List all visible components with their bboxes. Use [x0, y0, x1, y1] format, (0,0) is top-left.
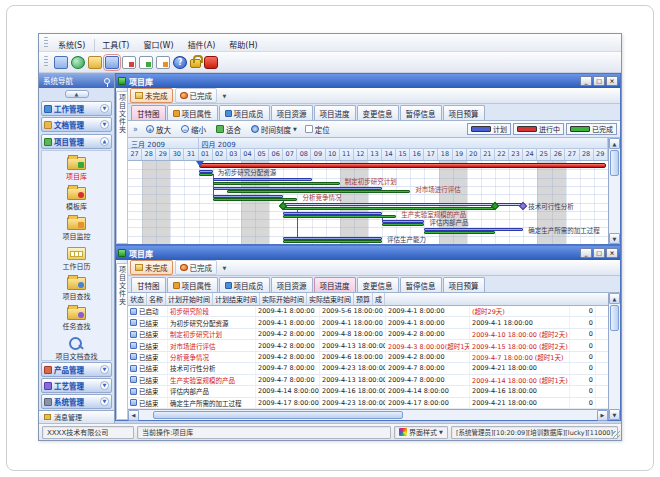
filter-button[interactable]: 未完成: [130, 260, 173, 275]
summary-progress-marker[interactable]: [196, 161, 204, 167]
view-tab[interactable]: 项目预算: [443, 105, 485, 120]
view-tab[interactable]: 项目属性: [167, 105, 218, 120]
message-management-tab[interactable]: 消息管理: [39, 410, 114, 423]
chevron-down-icon[interactable]: ▼: [100, 397, 109, 406]
column-header[interactable]: 计划结束时间: [213, 293, 260, 305]
sidebar-group[interactable]: 产品管理 ▼: [41, 362, 112, 377]
window-titlebar[interactable]: 项目库 _ □ ×: [116, 246, 620, 260]
column-header[interactable]: 预算: [354, 293, 373, 305]
column-header[interactable]: 名称: [147, 293, 166, 305]
chevron-down-icon[interactable]: ▼: [100, 104, 109, 113]
sidebar-nav-item[interactable]: 项目库: [42, 154, 111, 181]
gantt-bar-actual[interactable]: [227, 190, 411, 193]
menu-item[interactable]: 帮助(H): [222, 39, 264, 52]
scroll-up-button[interactable]: ▲: [609, 293, 620, 304]
view-tab[interactable]: 项目属性: [167, 277, 218, 292]
sidebar-nav-item[interactable]: 任务查找: [42, 304, 111, 331]
view-tab[interactable]: 甘特图: [131, 277, 166, 292]
scrollbar-thumb[interactable]: [610, 305, 619, 331]
gantt-tool-button[interactable]: + 放大: [144, 123, 175, 136]
chevron-down-icon[interactable]: ▼: [100, 120, 109, 129]
scrollbar-thumb[interactable]: [610, 150, 619, 176]
scroll-down-button[interactable]: ▼: [609, 409, 620, 420]
scrollbar-thumb[interactable]: [153, 411, 403, 419]
sidebar-nav-item[interactable]: 项目查找: [42, 274, 111, 301]
gantt-bar-actual[interactable]: [283, 207, 495, 210]
table-row[interactable]: 已结束 为初步研究分配资源 2009-4-1 8:00:00 2009-4-1 …: [128, 317, 608, 328]
filter-button[interactable]: 已完成: [175, 88, 218, 103]
gantt-bar-actual[interactable]: [213, 198, 298, 201]
column-header[interactable]: 计划开始时间: [166, 293, 213, 305]
sidebar-nav-item[interactable]: 工作日历: [42, 244, 111, 271]
gantt-bar-actual[interactable]: [283, 240, 382, 243]
view-tab[interactable]: 项目成员: [219, 277, 270, 292]
scroll-up-button[interactable]: ▲: [609, 138, 620, 149]
sidebar-nav-item[interactable]: 模板库: [42, 184, 111, 211]
table-row[interactable]: 已结束 对市场进行评估 2009-4-2 8:00:00 2009-4-13 1…: [128, 340, 608, 351]
view-tab[interactable]: 暂停信息: [400, 277, 442, 292]
sidebar-group[interactable]: 文档管理 ▼: [41, 117, 112, 132]
close-button[interactable]: ×: [606, 248, 618, 258]
menu-item[interactable]: 插件(A): [181, 39, 223, 52]
view-tab[interactable]: 项目进度: [314, 105, 356, 120]
view-tab[interactable]: 项目成员: [219, 105, 270, 120]
window-titlebar[interactable]: 项目库 _ □ ×: [116, 74, 620, 88]
toolbar-overflow-button[interactable]: »: [131, 125, 140, 134]
gantt-bar-actual[interactable]: [382, 223, 424, 226]
resize-grip[interactable]: [612, 431, 620, 439]
app-window-icon[interactable]: [54, 56, 68, 69]
table-row[interactable]: 已结束 确定生产所需的加工过程 2009-4-17 8:00:00 2009-4…: [128, 398, 608, 409]
minimize-button[interactable]: _: [580, 76, 592, 86]
close-button[interactable]: ×: [606, 76, 618, 86]
chevron-up-icon[interactable]: ▲: [100, 137, 109, 146]
menu-item[interactable]: 系统(S): [51, 39, 92, 52]
maximize-button[interactable]: □: [593, 248, 605, 258]
table-row[interactable]: 已结束 评估内部产品 2009-4-14 8:00:00 2009-4-16 1…: [128, 386, 608, 397]
project-folders-strip[interactable]: 项目文件夹: [116, 88, 128, 244]
view-tab[interactable]: 暂停信息: [400, 105, 442, 120]
sidebar-collapse-button[interactable]: ▲: [65, 90, 89, 98]
report-doc-icon[interactable]: [122, 56, 136, 69]
gantt-bar-actual[interactable]: [283, 215, 396, 218]
gantt-tool-button[interactable]: 定位: [303, 123, 334, 136]
scroll-right-button[interactable]: ▶: [597, 410, 608, 421]
gantt-tool-button[interactable]: 时间刻度 ▼: [249, 123, 299, 136]
view-tab[interactable]: 项目资源: [271, 105, 313, 120]
gantt-bar-actual[interactable]: [199, 173, 213, 176]
sidebar-group[interactable]: 系统管理 ▼: [41, 394, 112, 409]
menu-item[interactable]: 窗口(W): [136, 39, 180, 52]
column-header[interactable]: 实际结束时间: [307, 293, 354, 305]
scroll-left-button[interactable]: ◀: [128, 410, 139, 421]
filter-more-button[interactable]: ▼: [219, 90, 230, 101]
view-tab[interactable]: 项目预算: [443, 277, 485, 292]
gantt-bar-plan[interactable]: [213, 178, 312, 181]
web-globe-icon[interactable]: [71, 56, 85, 69]
column-header[interactable]: 状态: [128, 293, 147, 305]
sidebar-nav-item[interactable]: 项目文档查找: [42, 334, 111, 361]
folder-icon[interactable]: [88, 56, 102, 69]
table-horizontal-scrollbar[interactable]: ◀ ▶: [128, 409, 608, 420]
interface-style-button[interactable]: 界面样式 ▼: [394, 426, 448, 439]
table-row[interactable]: 已结束 生产实验室规模的产品 2009-4-7 8:00:00 2009-4-1…: [128, 375, 608, 386]
scroll-down-button[interactable]: ▼: [609, 233, 620, 244]
chevron-down-icon[interactable]: ▼: [100, 381, 109, 390]
help-icon[interactable]: ?: [173, 56, 187, 69]
plan-doc-icon[interactable]: [156, 56, 170, 69]
filter-more-button[interactable]: ▼: [219, 262, 230, 273]
gantt-bar-actual[interactable]: [213, 182, 340, 185]
table-row[interactable]: 已结束 技术可行性分析 2009-4-7 8:00:00 2009-4-23 1…: [128, 363, 608, 374]
summary-bar[interactable]: [199, 163, 606, 168]
view-tab[interactable]: 项目资源: [271, 277, 313, 292]
gantt-vertical-scrollbar[interactable]: ▲ ▼: [608, 138, 620, 244]
lock-icon[interactable]: [190, 59, 201, 68]
table-vertical-scrollbar[interactable]: ▲ ▼: [608, 293, 620, 420]
view-tab[interactable]: 项目进度: [314, 277, 356, 292]
sidebar-group[interactable]: 工作管理 ▼: [41, 101, 112, 116]
gantt-tool-button[interactable]: − 缩小: [179, 123, 210, 136]
table-row[interactable]: 已结束 制定初步研究计划 2009-4-2 8:00:00 2009-4-8 1…: [128, 329, 608, 340]
chevron-down-icon[interactable]: ▼: [100, 365, 109, 374]
toolbar-drag-handle[interactable]: [44, 56, 48, 68]
table-row[interactable]: 已启动 初步研究阶段 2009-4-1 8:00:00 2009-5-6 18:…: [128, 306, 608, 317]
exit-icon[interactable]: [204, 56, 218, 69]
filter-button[interactable]: 已完成: [175, 260, 218, 275]
